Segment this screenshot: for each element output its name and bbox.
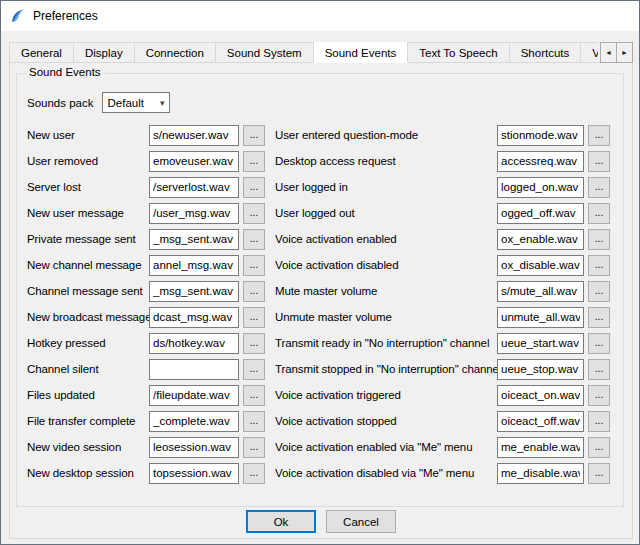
sound-event-label: User logged out [275, 207, 497, 219]
browse-button[interactable]: ... [588, 385, 610, 406]
sound-event-label: User entered question-mode [275, 129, 497, 141]
sound-event-row: Voice activation disabled ... [275, 252, 617, 278]
sound-file-input[interactable] [149, 333, 239, 354]
sound-event-row: Hotkey pressed ... [27, 330, 265, 356]
browse-button[interactable]: ... [243, 385, 265, 406]
sound-file-input[interactable] [497, 307, 584, 328]
titlebar[interactable]: Preferences [1, 1, 639, 31]
tab-sound-events[interactable]: Sound Events [313, 42, 409, 63]
sound-event-row: User logged out ... [275, 200, 617, 226]
browse-button[interactable]: ... [243, 359, 265, 380]
sound-file-input[interactable] [497, 385, 584, 406]
sound-file-input[interactable] [497, 437, 584, 458]
tab-shortcuts[interactable]: Shortcuts [509, 42, 582, 63]
sound-file-input[interactable] [497, 125, 584, 146]
sound-file-input[interactable] [149, 411, 239, 432]
sound-file-input[interactable] [149, 437, 239, 458]
sound-file-input[interactable] [497, 281, 584, 302]
sound-file-input[interactable] [497, 177, 584, 198]
sound-file-input[interactable] [497, 463, 584, 484]
sound-event-label: Server lost [27, 181, 149, 193]
sound-file-input[interactable] [497, 151, 584, 172]
tab-scroll-right-button[interactable]: ► [616, 42, 633, 63]
sound-event-label: File transfer complete [27, 415, 149, 427]
sound-event-label: New video session [27, 441, 149, 453]
browse-button[interactable]: ... [588, 411, 610, 432]
sound-file-input[interactable] [497, 333, 584, 354]
tab-general[interactable]: General [9, 42, 74, 63]
app-icon [10, 8, 26, 24]
browse-button[interactable]: ... [588, 177, 610, 198]
tab-video[interactable]: Video [580, 42, 598, 63]
tab-connection[interactable]: Connection [134, 42, 216, 63]
sound-file-input[interactable] [497, 203, 584, 224]
browse-button[interactable]: ... [588, 125, 610, 146]
browse-button[interactable]: ... [243, 281, 265, 302]
browse-button[interactable]: ... [588, 151, 610, 172]
sound-event-row: User logged in ... [275, 174, 617, 200]
sound-event-label: User logged in [275, 181, 497, 193]
sound-event-label: New desktop session [27, 467, 149, 479]
sound-file-input[interactable] [149, 463, 239, 484]
sound-file-input[interactable] [497, 255, 584, 276]
sound-event-row: Voice activation stopped ... [275, 408, 617, 434]
sound-file-input[interactable] [149, 359, 239, 380]
sound-event-label: Hotkey pressed [27, 337, 149, 349]
tab-scroll-left-button[interactable]: ◄ [600, 42, 617, 63]
sound-file-input[interactable] [497, 229, 584, 250]
dialog-footer: Ok Cancel [10, 510, 632, 533]
sound-event-label: Private message sent [27, 233, 149, 245]
sound-event-label: Transmit ready in "No interruption" chan… [275, 337, 497, 349]
tab-text-to-speech[interactable]: Text To Speech [407, 42, 509, 63]
ok-button[interactable]: Ok [246, 510, 316, 533]
sound-file-input[interactable] [149, 385, 239, 406]
cancel-button[interactable]: Cancel [326, 510, 396, 533]
browse-button[interactable]: ... [588, 463, 610, 484]
sound-event-label: Voice activation disabled via "Me" menu [275, 467, 497, 479]
browse-button[interactable]: ... [243, 151, 265, 172]
browse-button[interactable]: ... [243, 437, 265, 458]
browse-button[interactable]: ... [243, 255, 265, 276]
browse-button[interactable]: ... [243, 463, 265, 484]
browse-button[interactable]: ... [243, 307, 265, 328]
sound-event-columns: New user ... User removed ... Server los… [27, 122, 617, 486]
sound-event-row: New desktop session ... [27, 460, 265, 486]
browse-button[interactable]: ... [588, 229, 610, 250]
sound-file-input[interactable] [497, 359, 584, 380]
sound-file-input[interactable] [149, 151, 239, 172]
browse-button[interactable]: ... [243, 411, 265, 432]
browse-button[interactable]: ... [243, 177, 265, 198]
sound-file-input[interactable] [149, 255, 239, 276]
browse-button[interactable]: ... [588, 333, 610, 354]
browse-button[interactable]: ... [243, 229, 265, 250]
sounds-pack-select[interactable]: Default ▾ [102, 92, 170, 113]
browse-button[interactable]: ... [588, 359, 610, 380]
browse-button[interactable]: ... [588, 281, 610, 302]
sound-event-label: Voice activation enabled [275, 233, 497, 245]
sound-event-label: Desktop access request [275, 155, 497, 167]
browse-button[interactable]: ... [243, 333, 265, 354]
browse-button[interactable]: ... [243, 125, 265, 146]
browse-button[interactable]: ... [588, 437, 610, 458]
sound-event-row: Server lost ... [27, 174, 265, 200]
tab-sound-system[interactable]: Sound System [215, 42, 314, 63]
sound-event-row: Mute master volume ... [275, 278, 617, 304]
sound-file-input[interactable] [149, 281, 239, 302]
sound-event-label: Transmit stopped in "No interruption" ch… [275, 363, 497, 375]
sound-file-input[interactable] [149, 125, 239, 146]
sound-file-input[interactable] [149, 203, 239, 224]
sound-file-input[interactable] [149, 229, 239, 250]
sound-event-row: Voice activation enabled via "Me" menu .… [275, 434, 617, 460]
sound-file-input[interactable] [497, 411, 584, 432]
sound-file-input[interactable] [149, 177, 239, 198]
sound-file-input[interactable] [149, 307, 239, 328]
sound-event-row: Voice activation enabled ... [275, 226, 617, 252]
browse-button[interactable]: ... [588, 203, 610, 224]
sound-event-row: Transmit ready in "No interruption" chan… [275, 330, 617, 356]
browse-button[interactable]: ... [243, 203, 265, 224]
sound-event-row: Voice activation triggered ... [275, 382, 617, 408]
browse-button[interactable]: ... [588, 255, 610, 276]
sound-event-label: Voice activation enabled via "Me" menu [275, 441, 497, 453]
browse-button[interactable]: ... [588, 307, 610, 328]
tab-display[interactable]: Display [73, 42, 135, 63]
